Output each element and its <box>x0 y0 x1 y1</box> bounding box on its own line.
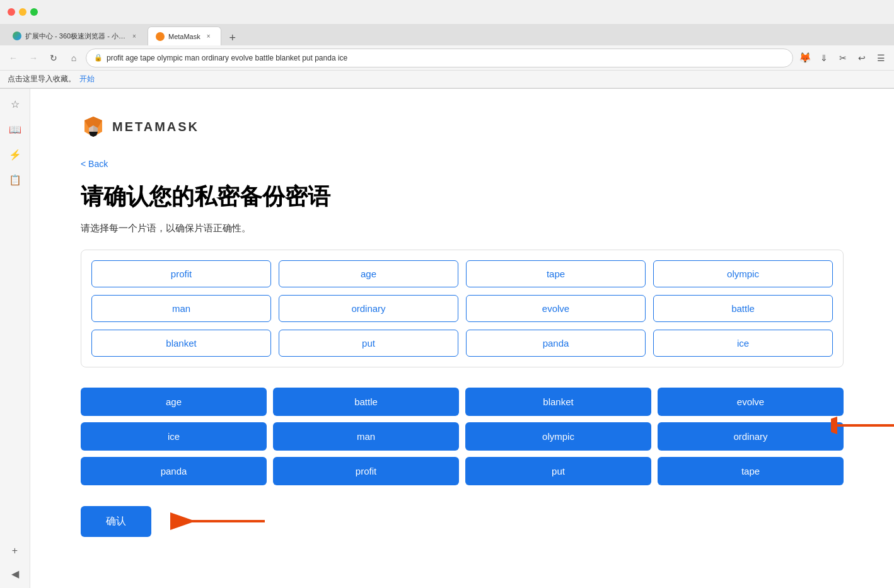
tab-metamask-favicon <box>156 32 165 41</box>
sidebar-icon-widget[interactable]: ⚡ <box>8 147 23 162</box>
security-icon: 🔒 <box>94 54 103 62</box>
arrow-left-annotation <box>158 505 271 537</box>
address-bar[interactable]: 🔒 profit age tape olympic man ordinary e… <box>86 49 793 67</box>
display-word-ordinary[interactable]: ordinary <box>279 295 458 322</box>
display-word-man[interactable]: man <box>91 295 271 322</box>
select-word-man[interactable]: man <box>273 422 459 451</box>
main-content: METAMASK < Back 请确认您的私密备份密语 请选择每一个片语，以确保… <box>30 89 894 588</box>
download-icon[interactable]: ⇓ <box>816 50 832 66</box>
metamask-title: METAMASK <box>112 120 199 134</box>
page-heading: 请确认您的私密备份密语 <box>81 182 844 212</box>
select-word-blanket[interactable]: blanket <box>465 388 651 416</box>
tab-metamask-label: MetaMask <box>168 33 200 40</box>
browser-chrome: 扩展中心 - 360极速浏览器 - 小工具 × MetaMask × + ← →… <box>0 0 894 89</box>
forward-button[interactable]: → <box>25 50 42 66</box>
maximize-button[interactable] <box>30 8 38 16</box>
display-word-evolve[interactable]: evolve <box>466 295 646 322</box>
word-select-grid: age battle blanket evolve ice man olympi… <box>81 388 844 485</box>
select-word-evolve[interactable]: evolve <box>658 388 844 416</box>
tab-close-metamask[interactable]: × <box>204 32 213 41</box>
bookmark-text: 点击这里导入收藏。 <box>8 74 76 84</box>
sidebar-icon-note[interactable]: 📋 <box>8 172 23 187</box>
display-word-ice[interactable]: ice <box>653 330 833 357</box>
back-link[interactable]: < Back <box>81 159 108 169</box>
sidebar-icon-star[interactable]: ☆ <box>8 96 23 112</box>
sidebar-bottom: + ◀ <box>8 291 23 581</box>
traffic-lights <box>8 8 38 16</box>
arrow-container: age battle blanket evolve ice man olympi… <box>81 388 844 485</box>
address-text: profit age tape olympic man ordinary evo… <box>107 54 347 62</box>
sidebar: ☆ 📖 ⚡ 📋 + ◀ <box>0 89 30 588</box>
page-description: 请选择每一个片语，以确保片语正确性。 <box>81 222 844 234</box>
refresh-button[interactable]: ↻ <box>45 50 62 66</box>
confirm-row: 确认 <box>81 505 844 537</box>
display-word-put[interactable]: put <box>279 330 458 357</box>
tabs-bar: 扩展中心 - 360极速浏览器 - 小工具 × MetaMask × + <box>0 24 894 45</box>
select-word-profit[interactable]: profit <box>273 457 459 485</box>
select-word-put[interactable]: put <box>465 457 651 485</box>
fox-svg <box>81 114 106 139</box>
select-word-panda[interactable]: panda <box>81 457 267 485</box>
tab-metamask[interactable]: MetaMask × <box>148 26 221 45</box>
tab-close-extensions[interactable]: × <box>130 32 139 40</box>
sidebar-icon-book[interactable]: 📖 <box>8 122 23 137</box>
new-tab-button[interactable]: + <box>225 30 240 45</box>
sidebar-icon-collapse[interactable]: ◀ <box>8 566 23 581</box>
nav-bar: ← → ↻ ⌂ 🔒 profit age tape olympic man or… <box>0 45 894 71</box>
word-display-grid: profit age tape olympic man ordinary evo… <box>81 250 844 367</box>
select-word-ordinary[interactable]: ordinary <box>658 422 844 451</box>
close-button[interactable] <box>8 8 15 16</box>
display-word-olympic[interactable]: olympic <box>653 260 833 287</box>
metamask-icon[interactable]: 🦊 <box>797 50 813 66</box>
bookmark-link[interactable]: 开始 <box>79 74 95 84</box>
display-word-profit[interactable]: profit <box>91 260 271 287</box>
back-button[interactable]: ← <box>5 50 21 66</box>
select-word-age[interactable]: age <box>81 388 267 416</box>
display-word-tape[interactable]: tape <box>466 260 646 287</box>
select-word-tape[interactable]: tape <box>658 457 844 485</box>
display-word-age[interactable]: age <box>279 260 458 287</box>
metamask-logo: METAMASK <box>81 114 844 139</box>
menu-icon[interactable]: ☰ <box>873 50 889 66</box>
display-word-blanket[interactable]: blanket <box>91 330 271 357</box>
tab-extensions-label: 扩展中心 - 360极速浏览器 - 小工具 <box>25 32 126 41</box>
main-layout: ☆ 📖 ⚡ 📋 + ◀ METAMASK < Back 请确认您的私密备 <box>0 89 894 588</box>
tab-favicon <box>13 32 21 40</box>
sidebar-icon-add[interactable]: + <box>8 543 23 558</box>
confirm-button[interactable]: 确认 <box>81 506 151 537</box>
tab-extensions[interactable]: 扩展中心 - 360极速浏览器 - 小工具 × <box>5 26 146 45</box>
select-word-ice[interactable]: ice <box>81 422 267 451</box>
select-word-battle[interactable]: battle <box>273 388 459 416</box>
scissors-icon[interactable]: ✂ <box>835 50 851 66</box>
select-word-olympic[interactable]: olympic <box>465 422 651 451</box>
display-word-panda[interactable]: panda <box>466 330 646 357</box>
home-button[interactable]: ⌂ <box>66 50 82 66</box>
nav-actions: 🦊 ⇓ ✂ ↩ ☰ <box>797 50 889 66</box>
display-word-battle[interactable]: battle <box>653 295 833 322</box>
title-bar <box>0 0 894 24</box>
bookmark-bar: 点击这里导入收藏。 开始 <box>0 71 894 88</box>
minimize-button[interactable] <box>19 8 26 16</box>
undo-icon[interactable]: ↩ <box>854 50 870 66</box>
